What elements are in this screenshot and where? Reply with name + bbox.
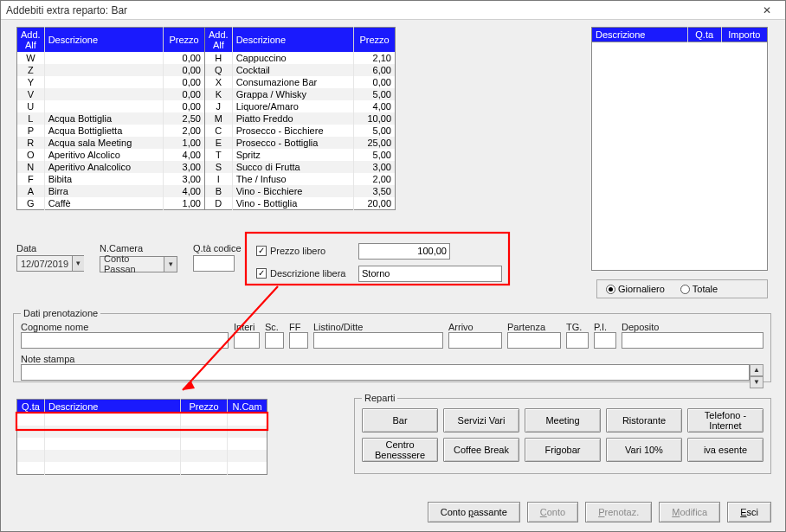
- dept-button[interactable]: Servizi Vari: [443, 408, 519, 433]
- footer-buttons: Conto passante Conto Prenotaz. Modifica …: [428, 502, 771, 522]
- chevron-down-icon[interactable]: ▾: [164, 257, 177, 272]
- close-icon[interactable]: ✕: [754, 3, 780, 18]
- label-tg: TG.: [566, 322, 589, 332]
- legend-dati-prenotazione: Dati prenotazione: [21, 308, 100, 318]
- button-modifica[interactable]: Modifica: [659, 502, 720, 522]
- label-deposito: Deposito: [622, 322, 763, 332]
- dept-button[interactable]: Vari 10%: [606, 438, 682, 462]
- dept-button[interactable]: Telefono - Internet: [687, 408, 763, 433]
- button-esci[interactable]: Esci: [727, 502, 771, 522]
- input-note[interactable]: [21, 364, 750, 381]
- dept-button[interactable]: Bar: [362, 408, 438, 433]
- table-row[interactable]: KGrappa / Whisky5,00: [205, 88, 396, 100]
- button-conto[interactable]: Conto: [527, 502, 578, 522]
- input-prezzo-libero[interactable]: [358, 243, 450, 260]
- checkbox-prezzo-libero[interactable]: ✓: [256, 246, 267, 256]
- col-prezzo2[interactable]: Prezzo: [354, 28, 396, 53]
- dept-button[interactable]: Centro Benesssere: [362, 438, 438, 462]
- table-row[interactable]: NAperitivo Analcolico3,00: [17, 161, 205, 173]
- col-add-alf2[interactable]: Add. Alf: [205, 28, 232, 53]
- room-combo[interactable]: Conto Passan ▾: [100, 256, 177, 272]
- chevron-up-icon[interactable]: ▲: [750, 364, 763, 376]
- legend-reparti: Reparti: [362, 393, 397, 403]
- table-row[interactable]: ABirra4,00: [17, 185, 205, 197]
- input-listino[interactable]: [313, 332, 443, 349]
- group-reparti: Reparti BarServizi VariMeetingRistorante…: [354, 393, 771, 474]
- col-add-alf[interactable]: Add. Alf: [17, 28, 45, 53]
- table-row[interactable]: PAcqua Bottiglietta2,00: [17, 125, 205, 137]
- window-title: Addebiti extra reparto: Bar: [6, 4, 127, 16]
- table-row[interactable]: CProsecco - Bicchiere5,00: [205, 125, 396, 137]
- items-table-right[interactable]: Add. Alf Descrizione Prezzo HCappuccino2…: [205, 27, 396, 210]
- table-row[interactable]: MPiatto Freddo10,00: [205, 112, 396, 125]
- label-data: Data: [16, 243, 84, 253]
- table-row[interactable]: V0,00: [17, 88, 205, 100]
- input-sc[interactable]: [265, 332, 284, 349]
- col-prezzo[interactable]: Prezzo: [164, 28, 205, 53]
- table-row[interactable]: U0,00: [17, 100, 205, 112]
- input-cognome[interactable]: [21, 332, 229, 349]
- input-ff[interactable]: [289, 332, 308, 349]
- summary-body[interactable]: [591, 42, 768, 271]
- items-table-left[interactable]: Add. Alf Descrizione Prezzo W0,00Z0,00Y0…: [16, 27, 205, 210]
- table-row[interactable]: W0,00: [17, 52, 205, 64]
- table-row[interactable]: TSpritz5,00: [205, 149, 396, 161]
- label-arrivo: Arrivo: [448, 322, 502, 332]
- table-row[interactable]: QCocktail6,00: [205, 64, 396, 76]
- table-row[interactable]: SSucco di Frutta3,00: [205, 161, 396, 173]
- group-dati-prenotazione: Dati prenotazione Cognome nome Interi Sc…: [13, 308, 771, 382]
- input-descrizione-libera[interactable]: [358, 266, 502, 282]
- dept-button[interactable]: Meeting: [525, 408, 601, 433]
- label-ff: FF: [289, 322, 308, 332]
- table-row[interactable]: BVino - Bicchiere3,50: [205, 185, 396, 197]
- button-conto-passante[interactable]: Conto passante: [428, 502, 520, 522]
- label-ncamera: N.Camera: [100, 243, 177, 253]
- dept-button[interactable]: Frigobar: [525, 438, 601, 462]
- input-pi[interactable]: [594, 332, 616, 349]
- table-row[interactable]: IThe / Infuso2,00: [205, 173, 396, 185]
- label-partenza: Partenza: [507, 322, 561, 332]
- input-deposito[interactable]: [622, 332, 763, 349]
- col-desc[interactable]: Descrizione: [44, 28, 163, 53]
- table-row[interactable]: LAcqua Bottiglia2,50: [17, 112, 205, 125]
- button-prenotaz[interactable]: Prenotaz.: [585, 502, 652, 522]
- table-row[interactable]: XConsumazione Bar0,00: [205, 76, 396, 88]
- label-sc: Sc.: [265, 322, 284, 332]
- table-row[interactable]: [17, 413, 267, 426]
- table-row[interactable]: [17, 450, 267, 462]
- date-combo[interactable]: 12/07/2019 ▾: [16, 255, 84, 272]
- col-desc2[interactable]: Descrizione: [232, 28, 353, 53]
- radio-giornaliero[interactable]: Giornaliero: [606, 284, 665, 295]
- input-tg[interactable]: [566, 332, 589, 349]
- qtycode-input[interactable]: [193, 255, 235, 272]
- table-row[interactable]: Z0,00: [17, 64, 205, 76]
- dept-button[interactable]: iva esente: [687, 438, 763, 462]
- table-row[interactable]: DVino - Bottiglia20,00: [205, 197, 396, 210]
- titlebar: Addebiti extra reparto: Bar ✕: [1, 1, 785, 20]
- radio-totale[interactable]: Totale: [680, 284, 718, 295]
- table-row[interactable]: [17, 426, 267, 438]
- table-row[interactable]: GCaffè1,00: [17, 197, 205, 210]
- table-row[interactable]: JLiquore/Amaro4,00: [205, 100, 396, 112]
- checkbox-descrizione-libera[interactable]: ✓: [256, 268, 267, 279]
- input-arrivo[interactable]: [448, 332, 502, 349]
- table-row[interactable]: OAperitivo Alcolico4,00: [17, 149, 205, 161]
- charges-table[interactable]: Q.ta Descrizione Prezzo N.Cam: [16, 399, 267, 475]
- table-row[interactable]: [17, 462, 267, 474]
- chevron-down-icon[interactable]: ▼: [750, 376, 763, 388]
- dept-button[interactable]: Ristorante: [606, 408, 682, 433]
- table-row[interactable]: RAcqua sala Meeting1,00: [17, 137, 205, 149]
- summary-table[interactable]: Descrizione Q.ta Importo: [591, 27, 768, 42]
- input-partenza[interactable]: [507, 332, 561, 349]
- table-row[interactable]: HCappuccino2,10: [205, 52, 396, 64]
- chevron-down-icon[interactable]: ▾: [72, 256, 84, 271]
- input-interi[interactable]: [234, 332, 260, 349]
- table-row[interactable]: FBibita3,00: [17, 173, 205, 185]
- table-row[interactable]: EProsecco - Bottiglia25,00: [205, 137, 396, 149]
- label-listino: Listino/Ditte: [313, 322, 443, 332]
- dept-button[interactable]: Coffee Break: [443, 438, 519, 462]
- label-cognome: Cognome nome: [21, 322, 229, 332]
- table-row[interactable]: Y0,00: [17, 76, 205, 88]
- table-row[interactable]: [17, 438, 267, 450]
- label-note: Note stampa: [21, 354, 763, 364]
